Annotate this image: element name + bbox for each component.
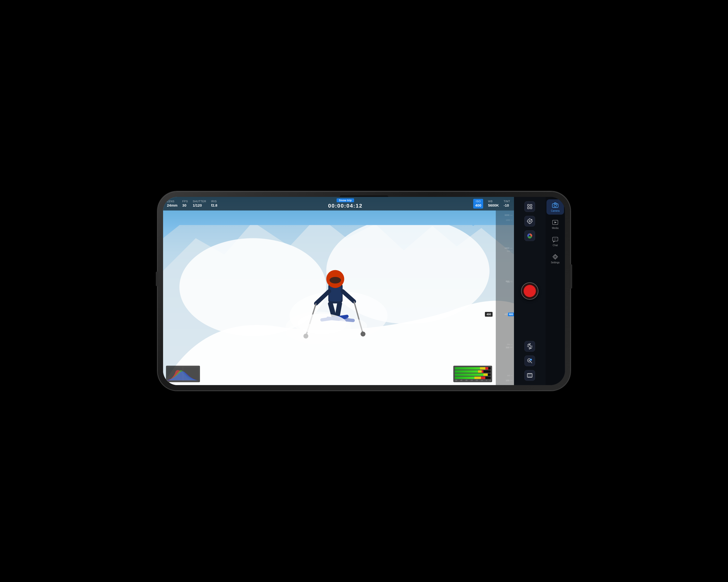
iris-label: IRIS bbox=[211, 200, 217, 203]
svg-point-58 bbox=[557, 204, 557, 205]
svg-rect-26 bbox=[530, 204, 532, 206]
audio-meter-4 bbox=[455, 377, 491, 379]
camera-icon bbox=[552, 202, 558, 209]
svg-point-57 bbox=[554, 204, 556, 207]
filmstrip-btn[interactable] bbox=[522, 368, 537, 383]
svg-point-22 bbox=[334, 318, 367, 333]
tint-label: TINT bbox=[504, 200, 510, 203]
shutter-value: 1/120 bbox=[193, 203, 202, 207]
iso-param[interactable]: ISO 400 bbox=[473, 199, 483, 208]
nav-item-chat[interactable]: Chat bbox=[546, 234, 564, 249]
mountain-scene bbox=[163, 225, 514, 385]
shutter-label: SHUTTER bbox=[193, 200, 206, 203]
color-wheel-btn[interactable] bbox=[522, 228, 537, 243]
media-icon bbox=[552, 219, 558, 226]
svg-rect-28 bbox=[530, 207, 532, 209]
iso-label: ISO bbox=[476, 200, 481, 203]
audio-meter-1 bbox=[455, 367, 491, 369]
lens-param[interactable]: LENS 24mm bbox=[167, 200, 177, 207]
svg-point-38 bbox=[528, 345, 531, 348]
histogram-panel bbox=[166, 366, 200, 382]
iso-mark-200: 200 bbox=[496, 346, 514, 349]
svg-line-40 bbox=[531, 362, 532, 363]
settings-icon bbox=[552, 253, 558, 260]
iso-mark-100: 100 bbox=[496, 379, 514, 382]
iso-mark-800: 800 bbox=[496, 280, 514, 282]
record-area bbox=[521, 243, 539, 339]
audio-meter-2 bbox=[455, 370, 491, 373]
iso-mark-3200: 3200 bbox=[496, 214, 514, 216]
svg-point-15 bbox=[361, 332, 365, 337]
timecode-display: 00:00:04:12 bbox=[328, 203, 363, 209]
fps-value: 30 bbox=[182, 203, 186, 207]
clip-name-badge[interactable]: Snow trip bbox=[337, 198, 354, 202]
right-control-panel: A bbox=[514, 197, 546, 385]
iris-value: f2.8 bbox=[211, 203, 217, 207]
camera-viewfinder: LENS 24mm FPS 30 SHUTTER 1/120 IRIS f2.8 bbox=[163, 197, 514, 385]
nav-item-camera[interactable]: Camera bbox=[546, 199, 564, 215]
svg-point-37 bbox=[529, 235, 530, 237]
wb-label: WB bbox=[488, 200, 493, 203]
volume-button[interactable] bbox=[156, 272, 158, 286]
shutter-param[interactable]: SHUTTER 1/120 bbox=[193, 200, 206, 207]
tint-param[interactable]: TINT -10 bbox=[504, 200, 510, 207]
iris-param[interactable]: IRIS f2.8 bbox=[211, 200, 217, 207]
power-button[interactable] bbox=[570, 264, 572, 288]
svg-point-9 bbox=[330, 277, 341, 283]
svg-rect-61 bbox=[552, 237, 558, 241]
phone-device: LENS 24mm FPS 30 SHUTTER 1/120 IRIS f2.8 bbox=[158, 192, 570, 390]
lens-label: LENS bbox=[167, 200, 175, 203]
camera-switch-btn[interactable] bbox=[522, 339, 537, 354]
svg-rect-47 bbox=[527, 374, 532, 377]
svg-rect-27 bbox=[527, 207, 529, 209]
nav-item-media[interactable]: Media bbox=[546, 217, 564, 232]
nav-sidebar: Camera Media bbox=[546, 197, 565, 385]
iso-mark-400-active: 400 400 400 bbox=[496, 313, 514, 315]
svg-point-30 bbox=[529, 220, 530, 222]
zoom-btn[interactable] bbox=[522, 354, 537, 368]
hud-center: Snow trip 00:00:04:12 bbox=[222, 198, 469, 209]
svg-marker-60 bbox=[554, 221, 557, 223]
chat-icon bbox=[552, 236, 558, 243]
nav-settings-label: Settings bbox=[551, 261, 560, 264]
audio-meters-panel: -50 -40 -30 -18 -15 -10 -5 0 bbox=[453, 366, 492, 382]
nav-item-settings[interactable]: Settings bbox=[546, 251, 564, 266]
record-indicator bbox=[524, 285, 536, 297]
audio-meter-3 bbox=[455, 373, 491, 376]
fps-param[interactable]: FPS 30 bbox=[182, 200, 188, 207]
svg-point-64 bbox=[554, 256, 556, 258]
wb-value: 5600K bbox=[488, 203, 499, 207]
lens-value: 24mm bbox=[167, 203, 177, 207]
meter-scale-labels: -50 -40 -30 -18 -15 -10 -5 0 bbox=[455, 380, 491, 381]
nav-camera-label: Camera bbox=[551, 210, 560, 212]
svg-text:A: A bbox=[531, 219, 532, 220]
viewfinder-btn[interactable] bbox=[522, 199, 537, 214]
iso-scale-panel[interactable]: 3200 1600 800 400 bbox=[496, 211, 514, 385]
wb-param[interactable]: WB 5600K bbox=[488, 200, 499, 207]
tint-value: -10 bbox=[504, 203, 509, 207]
phone-shell: LENS 24mm FPS 30 SHUTTER 1/120 IRIS f2.8 bbox=[158, 192, 570, 390]
svg-rect-25 bbox=[527, 204, 529, 206]
svg-point-21 bbox=[285, 324, 326, 340]
record-button[interactable] bbox=[521, 282, 539, 300]
screen: LENS 24mm FPS 30 SHUTTER 1/120 IRIS f2.8 bbox=[163, 197, 565, 385]
iso-value: 400 bbox=[475, 203, 481, 207]
fps-label: FPS bbox=[182, 200, 188, 203]
iso-mark-1600: 1600 bbox=[496, 247, 514, 249]
nav-chat-label: Chat bbox=[552, 244, 557, 247]
hud-top-bar: LENS 24mm FPS 30 SHUTTER 1/120 IRIS f2.8 bbox=[163, 197, 514, 211]
autofocus-btn[interactable]: A bbox=[522, 214, 537, 228]
nav-media-label: Media bbox=[552, 227, 558, 229]
